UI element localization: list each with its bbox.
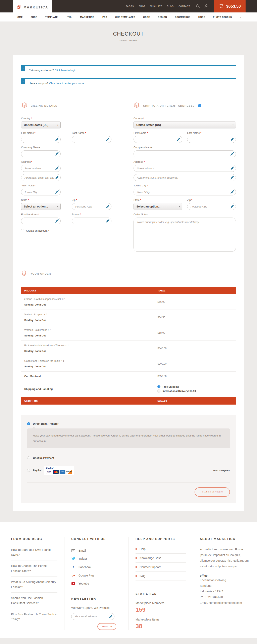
paypal-option[interactable]: PayPal PayPal VISA AMEX DISCOVER What is… xyxy=(24,466,233,475)
about-heading: ABOUT MARKETICA xyxy=(200,537,250,540)
shipping-street-input[interactable] xyxy=(134,165,236,172)
place-order-button[interactable]: PLACE ORDER xyxy=(194,487,230,497)
help-link[interactable]: Help xyxy=(136,546,186,554)
pen-icon xyxy=(176,138,180,142)
ship-different-checkbox[interactable] xyxy=(198,104,202,107)
nav-cms-templates[interactable]: CMS TEMPLATES xyxy=(115,16,135,18)
nav-psd[interactable]: PSD xyxy=(102,16,107,18)
billing-state-select[interactable]: Select an option... xyxy=(21,203,61,210)
footer-help-column: HELP AND SUPPORTS Help Knowladge Base Co… xyxy=(128,537,193,630)
login-link[interactable]: Click here to login xyxy=(54,69,76,72)
what-is-paypal-link[interactable]: What is PayPal? xyxy=(213,469,230,472)
sign-up-button[interactable]: SIGN UP xyxy=(98,623,116,630)
help-link[interactable]: Contact Support xyxy=(136,563,186,572)
shipping-zip-input[interactable] xyxy=(187,203,236,210)
pen-icon xyxy=(106,138,110,142)
product-total: $200.00 xyxy=(154,362,236,365)
facebook-link[interactable]: f Facebook xyxy=(71,563,122,572)
paypal-label: PayPal xyxy=(33,469,42,472)
cheque-payment-option[interactable]: Cheque Payment xyxy=(24,456,233,460)
pen-icon xyxy=(230,176,234,180)
copyright-bar: COPYRIGHT © 2015 TOKOPRESS PRIVACY POLIC… xyxy=(0,638,257,644)
subtotal-value: $653.50 xyxy=(154,375,236,378)
radio-icon[interactable] xyxy=(27,469,30,472)
product-vendor: Sold by: John Doe xyxy=(21,319,154,322)
nav-template[interactable]: TEMPLATE xyxy=(45,16,58,18)
bank-transfer-option[interactable]: Direct Bank Transfer xyxy=(24,422,233,425)
shipping-first-name-input[interactable] xyxy=(134,136,182,143)
nav-photo-stocks[interactable]: PHOTO STOCKS xyxy=(213,16,232,18)
nav-design[interactable]: DESIGN xyxy=(158,16,167,18)
youtube-link[interactable]: Youtube xyxy=(71,580,122,588)
email-link[interactable]: Email xyxy=(71,546,122,554)
blog-link[interactable]: Should You Use Fashion Consultant Servic… xyxy=(11,592,58,609)
bank-transfer-description: Make your payment directly into our bank… xyxy=(27,428,230,448)
menu-contact[interactable]: CONTACT xyxy=(178,5,190,8)
checkout-card: i Returning customer? Click here to logi… xyxy=(13,55,244,511)
search-icon[interactable] xyxy=(196,4,200,8)
google-plus-icon: g+ xyxy=(71,574,75,577)
members-count: 159 xyxy=(136,606,186,613)
nav-code[interactable]: CODE xyxy=(143,16,150,18)
breadcrumb-home[interactable]: Home xyxy=(120,39,126,42)
shipping-state-select[interactable]: Select an option... xyxy=(134,203,182,210)
cheque-payment-label: Cheque Payment xyxy=(33,456,54,460)
menu-shop[interactable]: SHOP xyxy=(139,5,146,8)
menu-wishlist[interactable]: WISHLIST xyxy=(150,5,162,8)
newsletter-email-input[interactable] xyxy=(71,613,114,620)
radio-icon[interactable] xyxy=(27,456,30,460)
billing-section: BILLING DETAILS Country* United States (… xyxy=(21,97,112,252)
help-link[interactable]: FAQ xyxy=(136,572,186,581)
order-notes-textarea[interactable] xyxy=(134,218,236,252)
nav-home[interactable]: HOME xyxy=(16,16,23,18)
menu-pages[interactable]: PAGES xyxy=(126,5,134,8)
nav-muse[interactable]: MUSE xyxy=(198,16,205,18)
twitter-link[interactable]: Twitter xyxy=(71,554,122,563)
blog-link[interactable]: How To Start Your Own Fashion Store? xyxy=(11,546,58,560)
nav-html[interactable]: HTML xyxy=(66,16,72,18)
tag-icon xyxy=(16,4,22,11)
shipping-company-input[interactable] xyxy=(134,150,236,157)
cart-button[interactable]: $653.50 xyxy=(214,0,246,12)
page-title: CHECKOUT xyxy=(0,31,257,37)
nav-marketing[interactable]: MARKETING xyxy=(80,16,94,18)
coupon-notice: i Have a coupon? Click here to enter you… xyxy=(21,78,236,86)
shipping-country-select[interactable]: United States (US) xyxy=(134,122,236,128)
blog-link[interactable]: How To Choose The Perfect Fashion Store? xyxy=(11,560,58,576)
about-text: ec mollis lorem consequat. Fusce ipsum e… xyxy=(200,546,250,569)
create-account-checkbox[interactable] xyxy=(21,229,24,232)
blog-link[interactable]: Plus Size Fashion: Is There Such a Thing… xyxy=(11,609,58,625)
user-icon[interactable] xyxy=(204,4,208,8)
shipping-apartment-input[interactable] xyxy=(134,174,236,181)
radio-selected-icon[interactable] xyxy=(158,385,160,388)
international-delivery-option[interactable]: International Delivery: $5.90 xyxy=(154,390,236,392)
town-label: Town / City* xyxy=(21,184,112,187)
nav-more-icon[interactable]: » xyxy=(240,16,241,18)
google-plus-link[interactable]: g+ Google Plus xyxy=(71,572,122,580)
pen-icon xyxy=(108,614,113,619)
product-vendor: Sold by: John Doe xyxy=(21,350,154,352)
newsletter-heading: NEWSLETTER xyxy=(71,597,122,600)
help-link[interactable]: Knowladge Base xyxy=(136,554,186,563)
first-name-label: First Name* xyxy=(134,131,182,134)
shipping-town-input[interactable] xyxy=(134,188,236,196)
order-total-row: Order Total $653.50 xyxy=(21,397,236,404)
radio-selected-icon[interactable] xyxy=(27,422,30,425)
free-shipping-label: Free Shipping xyxy=(162,386,179,388)
nav-shop[interactable]: SHOP xyxy=(31,16,37,18)
logo[interactable]: MARKETICA xyxy=(13,0,52,15)
billing-country-select[interactable]: United States (US) xyxy=(21,122,61,128)
total-column-header: TOTAL xyxy=(154,290,236,292)
members-label: Marketplace Members xyxy=(136,602,186,605)
radio-icon[interactable] xyxy=(158,390,160,392)
nav-ecommerce[interactable]: ECOMMERCE xyxy=(175,16,190,18)
info-icon: i xyxy=(21,79,25,84)
blog-link[interactable]: What is So Alluring About Celebrity Fash… xyxy=(11,576,58,592)
twitter-icon xyxy=(71,557,75,560)
menu-blog[interactable]: BLOG xyxy=(167,5,174,8)
shipping-last-name-input[interactable] xyxy=(187,136,236,143)
shipping-row: Shipping and Handling Free Shipping Inte… xyxy=(21,381,236,397)
product-vendor: Sold by: John Doe xyxy=(21,303,154,306)
coupon-link[interactable]: Click here to enter your code xyxy=(49,82,84,85)
free-shipping-option[interactable]: Free Shipping xyxy=(154,385,236,388)
